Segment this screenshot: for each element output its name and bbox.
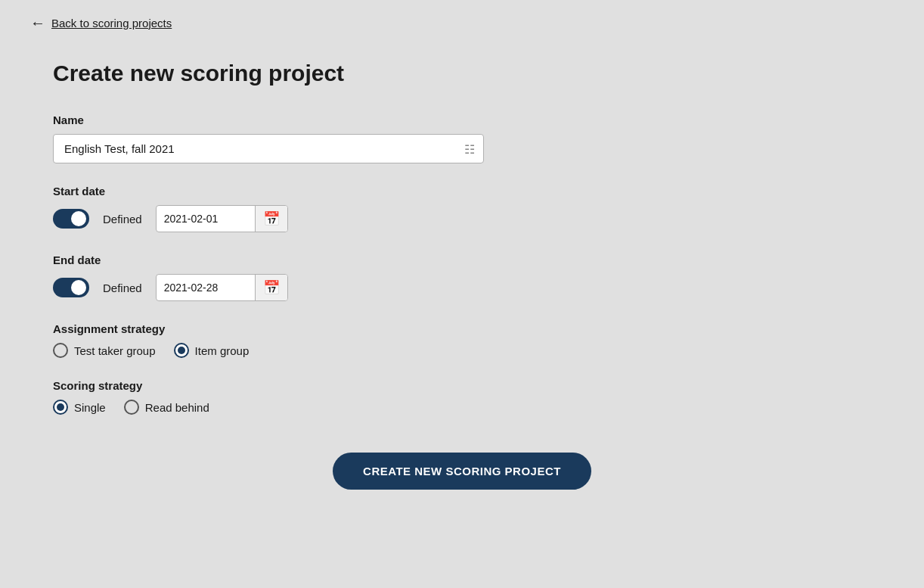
end-date-defined-label: Defined (103, 282, 142, 294)
name-section: Name ☷ (53, 114, 871, 163)
back-to-scoring-link[interactable]: ← Back to scoring projects (0, 0, 924, 45)
scoring-strategy-radio-group: Single Read behind (53, 400, 871, 415)
scoring-read-behind-radio[interactable] (124, 400, 139, 415)
assignment-strategy-radio-group: Test taker group Item group (53, 343, 871, 358)
assignment-test-taker-radio[interactable] (53, 343, 68, 358)
assignment-item-group-label: Item group (195, 344, 250, 357)
back-link-label: Back to scoring projects (51, 17, 172, 30)
start-date-toggle[interactable] (53, 209, 89, 229)
start-date-row: Defined 📅 (53, 205, 871, 232)
start-date-section: Start date Defined 📅 (53, 185, 871, 232)
scoring-strategy-label: Scoring strategy (53, 379, 871, 392)
assignment-item-group-option[interactable]: Item group (174, 343, 250, 358)
end-date-input[interactable] (157, 275, 255, 300)
scoring-read-behind-label: Read behind (145, 401, 209, 414)
end-date-row: Defined 📅 (53, 274, 871, 301)
name-input-wrapper: ☷ (53, 134, 484, 163)
name-label: Name (53, 114, 871, 126)
scoring-single-radio[interactable] (53, 400, 68, 415)
back-arrow-icon: ← (30, 15, 45, 30)
end-date-toggle[interactable] (53, 278, 89, 297)
assignment-item-group-radio[interactable] (174, 343, 189, 358)
start-date-defined-label: Defined (103, 213, 142, 226)
start-date-label: Start date (53, 185, 871, 198)
start-date-input[interactable] (157, 207, 255, 231)
assignment-test-taker-label: Test taker group (74, 344, 156, 357)
end-date-input-wrapper: 📅 (156, 274, 288, 301)
end-date-calendar-button[interactable]: 📅 (255, 275, 287, 300)
start-date-input-wrapper: 📅 (156, 205, 288, 232)
create-scoring-project-button[interactable]: CREATE NEW SCORING PROJECT (333, 453, 591, 490)
page-title: Create new scoring project (53, 61, 871, 86)
assignment-strategy-label: Assignment strategy (53, 322, 871, 335)
main-content: Create new scoring project Name ☷ Start … (0, 45, 924, 535)
start-date-calendar-button[interactable]: 📅 (255, 206, 287, 232)
scoring-single-option[interactable]: Single (53, 400, 106, 415)
start-date-toggle-slider (53, 209, 89, 229)
scoring-read-behind-option[interactable]: Read behind (124, 400, 209, 415)
assignment-strategy-section: Assignment strategy Test taker group Ite… (53, 322, 871, 358)
end-date-toggle-slider (53, 278, 89, 297)
scoring-single-label: Single (74, 401, 106, 414)
end-date-section: End date Defined 📅 (53, 254, 871, 301)
text-field-icon: ☷ (464, 142, 475, 156)
end-date-label: End date (53, 254, 871, 266)
name-input[interactable] (53, 134, 484, 163)
assignment-test-taker-group-option[interactable]: Test taker group (53, 343, 156, 358)
scoring-strategy-section: Scoring strategy Single Read behind (53, 379, 871, 415)
